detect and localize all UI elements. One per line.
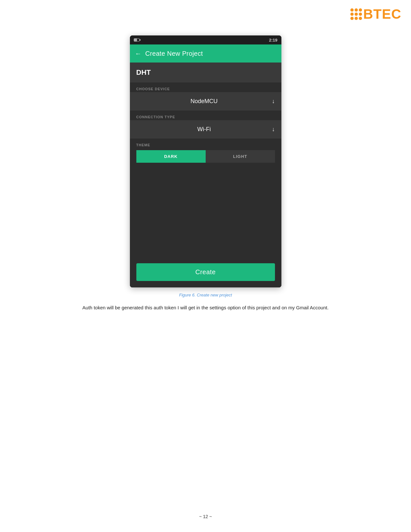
logo-text-label: BTEC [363,6,401,22]
device-value: NodeMCU [136,98,272,105]
logo-dot [359,8,362,12]
project-name-input[interactable] [136,68,275,77]
project-name-section [130,63,281,82]
logo-dots [350,8,362,20]
connection-type-label-wrapper: CONNECTION TYPE [130,111,281,120]
phone-mockup: 2:19 ← Create New Project CHOOSE DEVICE … [130,35,281,287]
theme-label: THEME [136,142,275,150]
logo-dot [355,8,358,12]
device-dropdown[interactable]: NodeMCU ↓ [130,92,281,111]
dark-theme-button[interactable]: DARK [136,150,206,163]
status-bar-left [134,38,140,42]
page-content: 2:19 ← Create New Project CHOOSE DEVICE … [0,0,411,312]
create-button[interactable]: Create [136,263,275,281]
connection-value: Wi-Fi [136,126,272,133]
choose-device-label: CHOOSE DEVICE [130,83,281,92]
logo-dot [350,17,354,20]
app-header-title: Create New Project [145,50,203,57]
logo-dot [359,13,362,16]
app-header: ← Create New Project [130,44,281,63]
connection-arrow-icon: ↓ [272,126,275,133]
battery-fill [134,39,137,41]
light-theme-button[interactable]: LIGHT [206,150,275,163]
logo-dot [355,17,358,20]
logo-dot [350,8,354,12]
logo-dot [355,13,358,16]
body-text: Auth token will be generated this auth t… [57,304,355,312]
logo-dot [359,17,362,20]
choose-device-label-wrapper: CHOOSE DEVICE [130,83,281,92]
page-number: ~ 12 ~ [199,514,212,519]
create-button-area: Create [130,258,281,287]
logo-dot [350,13,354,16]
status-time: 2:19 [269,38,277,43]
back-button[interactable]: ← [135,50,142,57]
connection-dropdown[interactable]: Wi-Fi ↓ [130,120,281,139]
status-bar: 2:19 [130,35,281,44]
theme-section: THEME DARK LIGHT [130,139,281,168]
device-arrow-icon: ↓ [272,98,275,105]
btec-logo: BTEC [350,6,401,22]
form-area: CHOOSE DEVICE NodeMCU ↓ CONNECTION TYPE … [130,63,281,287]
figure-caption: Figure 6. Create new project [179,293,232,297]
empty-space [130,168,281,258]
connection-type-label: CONNECTION TYPE [130,111,281,120]
theme-toggle: DARK LIGHT [136,150,275,163]
battery-icon [134,38,140,42]
